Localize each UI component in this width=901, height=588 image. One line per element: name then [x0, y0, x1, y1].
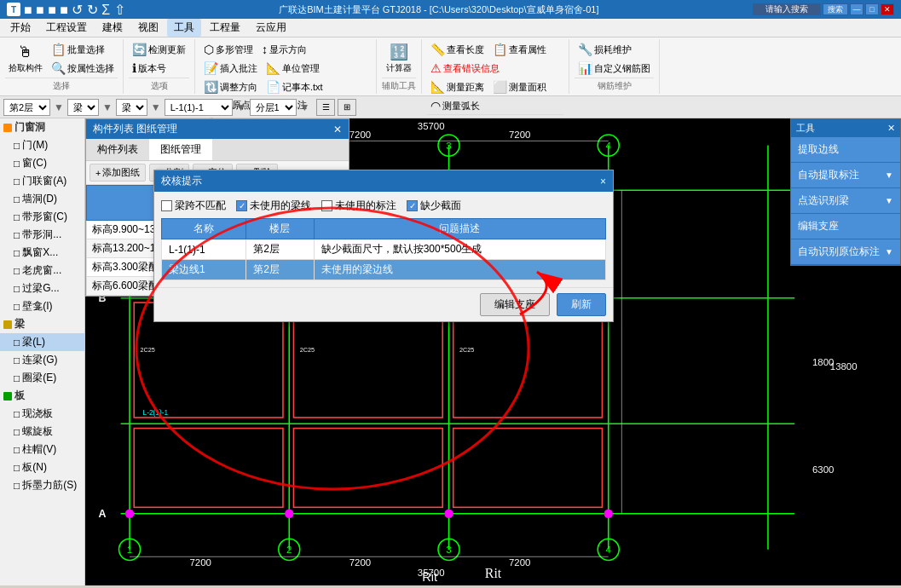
ribbon-group-aux: 🔢 计算器 辅助工具	[377, 39, 422, 94]
ribbon-btn-insert-note[interactable]: 📝插入批注	[200, 60, 261, 77]
tab-component-list[interactable]: 构件列表	[86, 139, 149, 160]
sidebar-item-lintel[interactable]: □ 过梁G...	[0, 280, 84, 297]
checkbox-span-mismatch[interactable]: 梁跨不匹配	[161, 199, 226, 213]
panel-extract-close[interactable]: ✕	[887, 123, 895, 134]
ribbon-btn-poly-mgr[interactable]: ⬡多形管理	[200, 41, 257, 58]
sidebar-item-window[interactable]: □ 窗(C)	[0, 154, 84, 172]
ribbon-btn-adjust-dir[interactable]: 🔃调整方向	[200, 78, 261, 95]
checkbox-unused-beamline-box: ✓	[236, 200, 247, 211]
grid-view-btn[interactable]: ⊞	[338, 99, 356, 116]
layer-select[interactable]: 分层1	[250, 99, 297, 116]
sidebar-item-strip-hole[interactable]: □ 带形洞...	[0, 226, 84, 244]
floor-select[interactable]: 第2层	[3, 99, 50, 116]
sidebar-item-spiral-slab[interactable]: □ 螺旋板	[0, 423, 84, 441]
sidebar-item-wall-hole[interactable]: □ 墙洞(D)	[0, 190, 84, 208]
tab-drawing-mgr[interactable]: 图纸管理	[149, 139, 212, 160]
dialog-title: 校核提示	[161, 174, 202, 188]
dialog-close-btn[interactable]: ×	[600, 176, 606, 187]
checkbox-missing-section[interactable]: ✓ 缺少截面	[407, 199, 461, 213]
sidebar-item-door[interactable]: □ 门(M)	[0, 136, 84, 154]
panel-drawing-mgr-header[interactable]: 构件列表 图纸管理 ✕	[86, 119, 349, 139]
dialog-header: 校核提示 ×	[154, 170, 613, 192]
ribbon-group-options: 🔄 检测更新 ℹ 版本号 选项	[124, 39, 195, 94]
search-resolve[interactable]: 请输入搜索	[753, 3, 821, 15]
checkbox-unused-mark[interactable]: 未使用的标注	[321, 199, 396, 213]
sidebar-item-ring-beam[interactable]: □ 圈梁(E)	[0, 369, 84, 387]
err-col-floor: 楼层	[246, 219, 314, 239]
btn-edit-support-dialog[interactable]: 编辑支座	[480, 293, 550, 316]
svg-text:L-2(1)-1: L-2(1)-1	[143, 408, 169, 417]
sidebar-item-dormer[interactable]: □ 老虎窗...	[0, 262, 84, 280]
ribbon-btn-measure-area[interactable]: ⬜测量面积	[489, 78, 550, 95]
element-id-select[interactable]: L-1(1)-1	[165, 99, 233, 116]
sidebar-group-beam[interactable]: 梁	[0, 315, 84, 333]
close-btn[interactable]: ✕	[881, 3, 894, 15]
dialog-error: 校核提示 × 梁跨不匹配 ✓ 未使用的梁线 未使用的标注	[153, 170, 614, 322]
ribbon-btn-measure-arc[interactable]: ◠测量弧长	[427, 97, 483, 114]
sidebar-item-column-cap[interactable]: □ 柱帽(V)	[0, 441, 84, 458]
category1-select[interactable]: 梁	[67, 99, 99, 116]
maximize-btn[interactable]: □	[865, 3, 879, 15]
error-table: 名称 楼层 问题描述 L-1(1)-1 第2层 缺少截面尺寸，默认按300*50…	[161, 218, 606, 280]
error-row-1[interactable]: L-1(1)-1 第2层 缺少截面尺寸，默认按300*500生成	[162, 239, 606, 260]
btn-auto-extract-mark[interactable]: 自动提取标注 ▼	[791, 163, 900, 188]
ribbon-btn-unit-mgr[interactable]: 📐单位管理	[263, 60, 323, 77]
ribbon-btn-pick[interactable]: 🖱 拾取构件	[5, 41, 46, 77]
sidebar: 门窗洞 □ 门(M) □ 窗(C) □ 门联窗(A) □ 墙洞(D) □ 带形窗…	[0, 118, 85, 585]
sidebar-item-coupling-beam[interactable]: □ 连梁(G)	[0, 351, 84, 369]
menu-tools[interactable]: 工具	[167, 19, 201, 37]
svg-text:2C25: 2C25	[459, 346, 474, 354]
ribbon-btn-view-length[interactable]: 📏查看长度	[427, 41, 488, 58]
svg-text:2C25: 2C25	[140, 346, 154, 354]
btn-edit-support[interactable]: 编辑支座	[791, 214, 900, 239]
ribbon-btn-calculator[interactable]: 🔢 计算器	[383, 41, 415, 77]
btn-refresh-dialog[interactable]: 刷新	[557, 293, 606, 316]
category2-select[interactable]: 梁	[116, 99, 147, 116]
ribbon-btn-batch-select[interactable]: 📋 批量选择	[48, 41, 118, 58]
sidebar-item-strip-window[interactable]: □ 带形窗(C)	[0, 208, 84, 226]
sidebar-item-rebar-force[interactable]: □ 拆墨力筋(S)	[0, 476, 84, 494]
quick-access: ■ ■ ■ ■ ↺ ↻ Σ ⇧	[24, 2, 125, 18]
sidebar-item-board[interactable]: □ 板(N)	[0, 458, 84, 476]
sidebar-item-niche[interactable]: □ 壁龛(I)	[0, 297, 84, 315]
checkbox-missing-section-box: ✓	[407, 200, 418, 211]
list-view-btn[interactable]: ☰	[316, 99, 335, 116]
ribbon-btn-measure-dist[interactable]: 📐测量距离	[427, 78, 488, 95]
sidebar-group-windows[interactable]: 门窗洞	[0, 118, 84, 136]
menu-project-settings[interactable]: 工程设置	[39, 19, 94, 37]
sidebar-item-cast-slab[interactable]: □ 现浇板	[0, 405, 84, 423]
ribbon-btn-notepad[interactable]: 📄记事本.txt	[263, 78, 326, 95]
ribbon-btn-view-attr[interactable]: 📋查看属性	[489, 41, 550, 58]
sidebar-group-slab[interactable]: 板	[0, 387, 84, 405]
svg-text:7200: 7200	[349, 130, 371, 140]
menu-view[interactable]: 视图	[131, 19, 165, 37]
ribbon-btn-check-update[interactable]: 🔄 检测更新	[129, 41, 189, 58]
btn-auto-identify-mark[interactable]: 自动识别原位标注 ▼	[791, 239, 900, 265]
search-btn[interactable]: 搜索	[823, 3, 848, 15]
ribbon-btn-view-error[interactable]: ⚠查看错误信息	[427, 60, 503, 77]
svg-text:4: 4	[606, 141, 612, 151]
ribbon-btn-attr-select[interactable]: 🔍 按属性选择	[48, 60, 118, 77]
btn-add-drawing[interactable]: + 添加图纸	[90, 164, 146, 182]
menu-cloud[interactable]: 云应用	[249, 19, 293, 37]
btn-extract-edge[interactable]: 提取边线	[791, 137, 900, 163]
ribbon-btn-custom-rebar[interactable]: 📊自定义钢筋图	[575, 60, 654, 77]
minimize-btn[interactable]: —	[850, 3, 863, 15]
ribbon-group-options-label: 选项	[129, 78, 189, 92]
sidebar-item-beam[interactable]: □ 梁(L)	[0, 333, 84, 351]
svg-text:4: 4	[606, 545, 612, 555]
checkbox-unused-beamline[interactable]: ✓ 未使用的梁线	[236, 199, 311, 213]
ribbon-btn-wear-maint[interactable]: 🔧损耗维护	[575, 41, 635, 58]
error-row-2[interactable]: 梁边线1 第2层 未使用的梁边线	[162, 260, 606, 280]
svg-text:Rit: Rit	[422, 570, 437, 584]
menu-build[interactable]: 建模	[95, 19, 130, 37]
ribbon-btn-display-dir[interactable]: ↕显示方向	[258, 41, 310, 58]
ribbon-btn-version[interactable]: ℹ 版本号	[129, 60, 189, 77]
svg-point-47	[444, 509, 453, 518]
panel-drawing-mgr-close[interactable]: ✕	[333, 124, 342, 135]
menu-start[interactable]: 开始	[3, 19, 38, 37]
sidebar-item-door-window[interactable]: □ 门联窗(A)	[0, 172, 84, 190]
menu-quantities[interactable]: 工程量	[203, 19, 247, 37]
btn-point-select-beam[interactable]: 点选识别梁 ▼	[791, 188, 900, 214]
sidebar-item-bay-window[interactable]: □ 飘窗X...	[0, 244, 84, 262]
